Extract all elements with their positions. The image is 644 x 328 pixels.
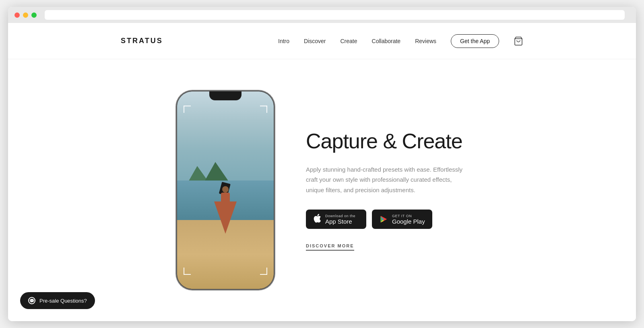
app-store-button[interactable]: Download on the App Store [306,210,366,229]
url-bar[interactable] [45,10,625,20]
navbar: STRATUS Intro Discover Create Collaborat… [8,23,636,59]
browser-content: STRATUS Intro Discover Create Collaborat… [8,23,636,321]
hero-title: Capture & Create [306,130,467,153]
phone-screen [177,91,274,289]
app-store-small-text: Download on the [325,214,355,218]
discover-more-underline [306,250,354,251]
app-store-text: Download on the App Store [325,214,355,225]
brand-logo: STRATUS [121,37,163,45]
google-play-small-text: GET IT ON [392,214,425,218]
apple-icon [313,214,321,225]
nav-link-discover[interactable]: Discover [304,38,326,44]
store-buttons: Download on the App Store [306,210,467,229]
nav-link-create[interactable]: Create [341,38,357,44]
phone-mockup-container [177,91,274,289]
minimize-button[interactable] [23,12,28,18]
corner-bracket-br [260,268,267,275]
close-button[interactable] [14,12,20,18]
head [222,186,229,193]
app-store-large-text: App Store [325,218,355,225]
main-content: Capture & Create Apply stunning hand-cra… [8,59,636,321]
nav-links: Intro Discover Create Collaborate Review… [278,34,523,48]
corner-bracket-tl [184,106,191,113]
google-play-button[interactable]: GET IT ON Google Play [372,210,432,229]
discover-more-link[interactable]: DISCOVER MORE [306,243,354,251]
beach-scene [177,91,274,289]
corner-bracket-tr [260,106,267,113]
chat-bubble[interactable]: 💬 Pre-sale Questions? [20,292,95,309]
hero-description: Apply stunning hand-crafted presets with… [306,164,467,195]
dress [214,201,237,234]
google-play-text: GET IT ON Google Play [392,214,425,225]
nav-link-collaborate[interactable]: Collaborate [372,38,401,44]
chat-icon: 💬 [28,297,35,304]
google-play-large-text: Google Play [392,218,425,225]
browser-chrome [8,7,636,23]
phone-mockup [177,91,274,289]
person-figure [213,181,237,234]
maximize-button[interactable] [31,12,37,18]
hero-text-content: Capture & Create Apply stunning hand-cra… [306,130,467,250]
google-play-icon [379,215,388,224]
cart-icon[interactable] [514,36,523,46]
nav-link-intro[interactable]: Intro [278,38,289,44]
chat-label: Pre-sale Questions? [39,298,87,304]
discover-more-text: DISCOVER MORE [306,243,354,248]
corner-bracket-bl [184,268,191,275]
nav-link-reviews[interactable]: Reviews [415,38,436,44]
get-app-button[interactable]: Get the App [451,34,499,48]
phone-notch [209,91,242,100]
